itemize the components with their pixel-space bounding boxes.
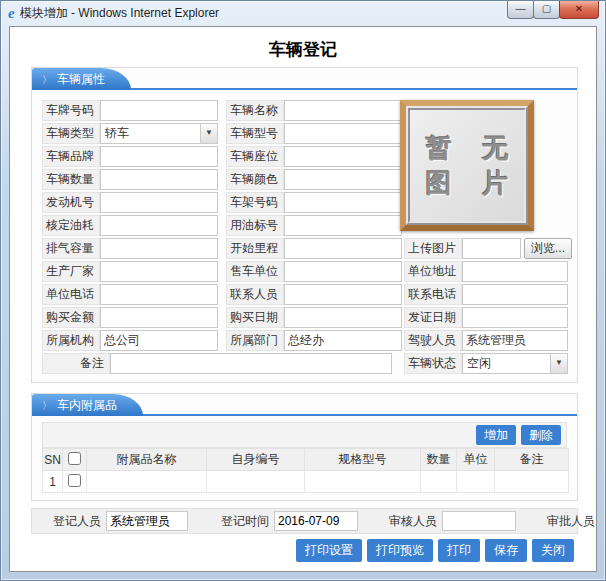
- quantity-header: 数量: [421, 449, 457, 471]
- vehicle-model-input[interactable]: [284, 123, 402, 144]
- frame-number-label: 车架号码: [226, 192, 284, 213]
- vehicle-quantity-input[interactable]: [100, 169, 218, 190]
- accessories-header: 〉车内附属品: [32, 394, 577, 416]
- owning-department-label: 所属部门: [226, 330, 284, 351]
- field-vehicle-type: 车辆类型 轿车 ▼: [42, 123, 218, 144]
- owning-organization-label: 所属机构: [42, 330, 100, 351]
- field-fuel-consumption: 核定油耗: [42, 215, 218, 236]
- registration-time-input[interactable]: [274, 511, 358, 531]
- save-button[interactable]: 保存: [485, 539, 527, 562]
- contact-person-input[interactable]: [284, 284, 402, 305]
- window-title: 模块增加 - Windows Internet Explorer: [20, 5, 219, 22]
- vehicle-status-select[interactable]: 空闲 ▼: [462, 353, 568, 374]
- browse-button[interactable]: 浏览...: [524, 238, 572, 259]
- own-number-header: 自身编号: [207, 449, 305, 471]
- remark-input[interactable]: [110, 353, 392, 374]
- fuel-grade-input[interactable]: [284, 215, 402, 236]
- company-phone-input[interactable]: [100, 284, 218, 305]
- start-mileage-input[interactable]: [284, 238, 402, 259]
- field-fuel-grade: 用油标号: [226, 215, 402, 236]
- field-vehicle-color: 车辆颜色: [226, 169, 402, 190]
- purchase-date-label: 购买日期: [226, 307, 284, 328]
- field-contact-person: 联系人员: [226, 284, 402, 305]
- plate-number-input[interactable]: [100, 100, 218, 121]
- field-driver: 驾驶人员: [404, 330, 568, 351]
- purchase-amount-input[interactable]: [100, 307, 218, 328]
- company-phone-label: 单位电话: [42, 284, 100, 305]
- form-column-2: 车辆名称 车辆型号 车辆座位 车辆颜色 车架号码: [226, 100, 402, 353]
- row-own-number: [207, 471, 305, 493]
- chevron-down-icon[interactable]: ▼: [550, 354, 567, 373]
- delete-button[interactable]: 删除: [521, 425, 561, 445]
- chevron-down-icon[interactable]: ▼: [200, 124, 217, 143]
- registrar-input[interactable]: [106, 511, 188, 531]
- upload-image-input[interactable]: [462, 238, 521, 259]
- driver-input[interactable]: [462, 330, 568, 351]
- print-settings-button[interactable]: 打印设置: [296, 539, 362, 562]
- field-company-phone: 单位电话: [42, 284, 218, 305]
- window-controls: — ▢ ✕: [508, 1, 599, 19]
- form-column-3: 上传图片 浏览... 单位地址 联系电话 发证日期 驾驶人员: [404, 238, 568, 376]
- remark-label: 备注: [42, 353, 110, 374]
- field-seller-unit: 售车单位: [226, 261, 402, 282]
- print-button[interactable]: 打印: [438, 539, 480, 562]
- engine-number-input[interactable]: [100, 192, 218, 213]
- unit-address-input[interactable]: [462, 261, 568, 282]
- field-manufacturer: 生产厂家: [42, 261, 218, 282]
- reviewer-input[interactable]: [442, 511, 516, 531]
- close-form-button[interactable]: 关闭: [532, 539, 574, 562]
- vehicle-type-value: 轿车: [101, 124, 200, 143]
- vehicle-name-input[interactable]: [284, 100, 402, 121]
- close-button[interactable]: ✕: [559, 1, 599, 19]
- vehicle-color-input[interactable]: [284, 169, 402, 190]
- field-owning-department: 所属部门: [226, 330, 402, 351]
- upload-image-label: 上传图片: [404, 238, 462, 259]
- add-button[interactable]: 增加: [476, 425, 516, 445]
- purchase-amount-label: 购买金额: [42, 307, 100, 328]
- internet-explorer-icon: e: [8, 5, 15, 22]
- form-column-1: 车牌号码 车辆类型 轿车 ▼ 车辆品牌 车辆数量: [42, 100, 218, 353]
- no-picture-text-line2: 图 片: [414, 166, 521, 201]
- field-plate-number: 车牌号码: [42, 100, 218, 121]
- purchase-date-input[interactable]: [284, 307, 402, 328]
- issue-date-input[interactable]: [462, 307, 568, 328]
- page-title: 车辆登记: [10, 38, 596, 61]
- photo-inner-frame: 暂 无 图 片: [406, 106, 528, 225]
- field-purchase-date: 购买日期: [226, 307, 402, 328]
- vehicle-type-select[interactable]: 轿车 ▼: [100, 123, 218, 144]
- manufacturer-input[interactable]: [100, 261, 218, 282]
- row-checkbox[interactable]: [68, 474, 81, 487]
- field-owning-organization: 所属机构: [42, 330, 218, 351]
- field-vehicle-name: 车辆名称: [226, 100, 402, 121]
- page-content: 车辆登记 〉车辆属性 车牌号码 车辆类型 轿车 ▼: [9, 26, 597, 572]
- contact-phone-input[interactable]: [462, 284, 568, 305]
- field-approver: 审批人员: [542, 511, 597, 531]
- field-remark: 备注: [42, 353, 392, 374]
- field-vehicle-status: 车辆状态 空闲 ▼: [404, 353, 568, 374]
- owning-organization-input[interactable]: [100, 330, 218, 351]
- row-spec-model: [305, 471, 421, 493]
- vehicle-seats-input[interactable]: [284, 146, 402, 167]
- seller-unit-input[interactable]: [284, 261, 402, 282]
- exhaust-capacity-input[interactable]: [100, 238, 218, 259]
- select-all-checkbox[interactable]: [68, 452, 81, 465]
- field-registrar: 登记人员: [48, 511, 188, 531]
- maximize-button[interactable]: ▢: [533, 1, 560, 19]
- vehicle-status-label: 车辆状态: [404, 353, 462, 374]
- field-vehicle-brand: 车辆品牌: [42, 146, 218, 167]
- field-unit-address: 单位地址: [404, 261, 568, 282]
- engine-number-label: 发动机号: [42, 192, 100, 213]
- fuel-consumption-input[interactable]: [100, 215, 218, 236]
- owning-department-input[interactable]: [284, 330, 402, 351]
- frame-number-input[interactable]: [284, 192, 402, 213]
- field-reviewer: 审核人员: [384, 511, 516, 531]
- print-preview-button[interactable]: 打印预览: [367, 539, 433, 562]
- seller-unit-label: 售车单位: [226, 261, 284, 282]
- field-frame-number: 车架号码: [226, 192, 402, 213]
- contact-phone-label: 联系电话: [404, 284, 462, 305]
- no-picture-text-line1: 暂 无: [414, 131, 521, 166]
- vehicle-brand-input[interactable]: [100, 146, 218, 167]
- unit-header: 单位: [457, 449, 495, 471]
- row-quantity: [421, 471, 457, 493]
- minimize-button[interactable]: —: [507, 1, 534, 19]
